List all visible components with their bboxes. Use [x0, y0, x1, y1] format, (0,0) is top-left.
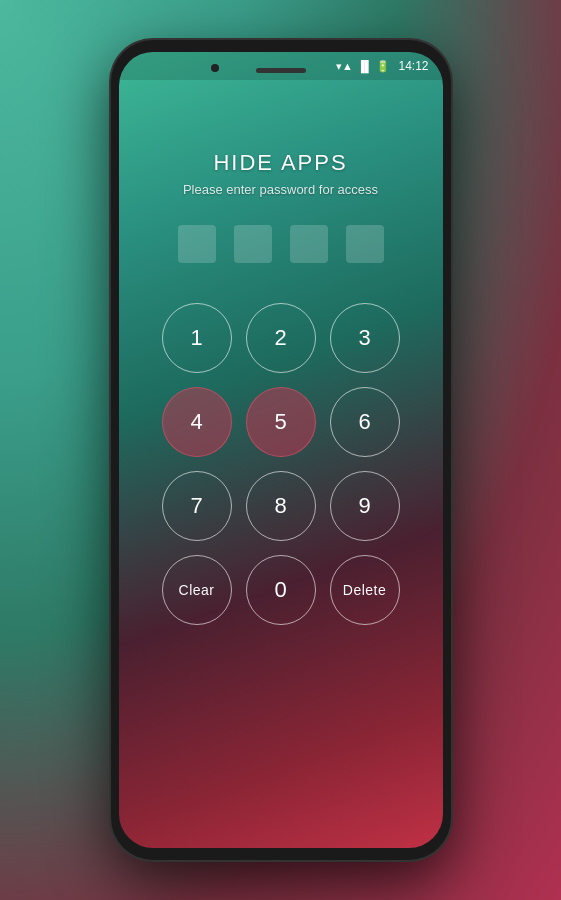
status-time: 14:12	[398, 59, 428, 73]
app-subtitle: Please enter password for access	[183, 182, 378, 197]
key-9[interactable]: 9	[330, 471, 400, 541]
battery-icon: 🔋	[376, 60, 390, 73]
phone-screen: ▾▲ ▐▌ 🔋 14:12 HIDE APPS Please enter pas…	[119, 52, 443, 848]
pin-dot-1	[178, 225, 216, 263]
pin-dot-3	[290, 225, 328, 263]
lock-content: HIDE APPS Please enter password for acce…	[119, 80, 443, 848]
keypad: 1 2 3 4 5 6 7 8 9 Clear 0 Delete	[162, 303, 400, 625]
pin-dot-4	[346, 225, 384, 263]
key-3[interactable]: 3	[330, 303, 400, 373]
key-clear[interactable]: Clear	[162, 555, 232, 625]
wifi-icon: ▾▲	[336, 60, 353, 73]
status-icons: ▾▲ ▐▌ 🔋 14:12	[336, 59, 429, 73]
key-6[interactable]: 6	[330, 387, 400, 457]
speaker	[256, 68, 306, 73]
app-title: HIDE APPS	[213, 150, 347, 176]
key-1[interactable]: 1	[162, 303, 232, 373]
key-7[interactable]: 7	[162, 471, 232, 541]
key-2[interactable]: 2	[246, 303, 316, 373]
key-5[interactable]: 5	[246, 387, 316, 457]
status-bar: ▾▲ ▐▌ 🔋 14:12	[119, 52, 443, 80]
signal-icon: ▐▌	[357, 60, 373, 72]
pin-dots	[178, 225, 384, 263]
camera	[211, 64, 219, 72]
phone-frame: ▾▲ ▐▌ 🔋 14:12 HIDE APPS Please enter pas…	[111, 40, 451, 860]
key-0[interactable]: 0	[246, 555, 316, 625]
key-4[interactable]: 4	[162, 387, 232, 457]
pin-dot-2	[234, 225, 272, 263]
key-8[interactable]: 8	[246, 471, 316, 541]
key-delete[interactable]: Delete	[330, 555, 400, 625]
